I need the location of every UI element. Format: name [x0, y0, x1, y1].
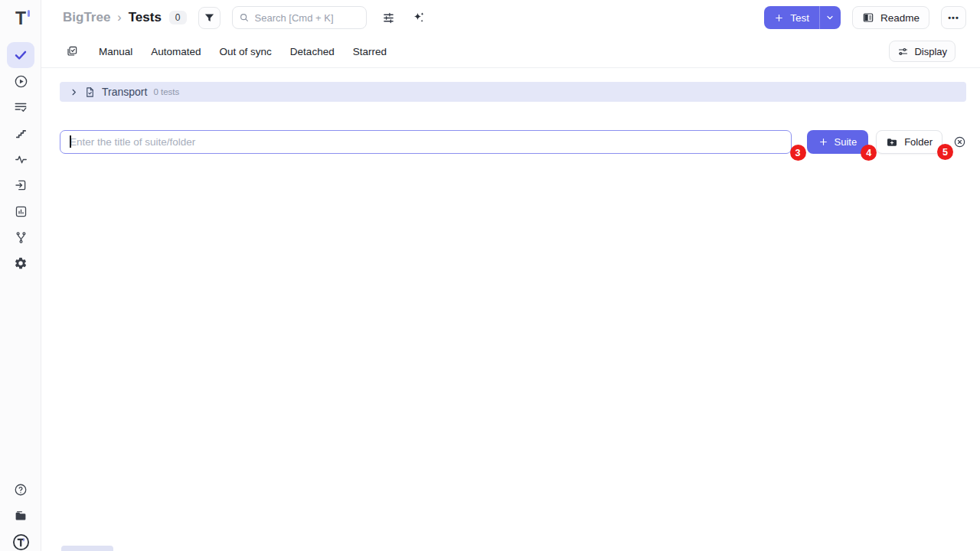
sliders-icon — [897, 46, 909, 57]
suite-tests-count: 0 tests — [153, 87, 179, 96]
app-logo-icon: T — [15, 10, 26, 28]
add-suite-button-label: Suite — [835, 136, 858, 148]
sidebar-nav — [7, 42, 34, 276]
sidebar-item-analytics[interactable] — [7, 198, 34, 224]
sidebar-item-tests[interactable] — [7, 42, 34, 68]
cancel-circle-x-icon[interactable] — [953, 135, 966, 148]
plus-icon — [774, 13, 784, 23]
funnel-icon — [204, 12, 215, 24]
annotation-badge-5: 5 — [937, 144, 953, 160]
more-options-button[interactable]: ••• — [941, 6, 966, 29]
search-input[interactable] — [255, 12, 360, 24]
app-logo[interactable]: T — [0, 6, 41, 31]
app-logo-icon — [12, 533, 30, 551]
steps-icon — [15, 127, 28, 140]
chevron-down-icon — [825, 13, 835, 22]
help-icon — [14, 483, 28, 497]
display-button[interactable]: Display — [889, 41, 956, 62]
add-test-split-button: Test — [764, 6, 841, 29]
partial-element — [61, 546, 113, 551]
suite-row-transport[interactable]: Transport 0 tests — [60, 82, 966, 102]
sidebar-item-settings[interactable] — [7, 250, 34, 276]
file-check-icon — [84, 86, 96, 98]
add-test-button[interactable]: Test — [764, 6, 819, 29]
sidebar: T — [0, 0, 41, 551]
header-actions: Test Readme ••• — [764, 6, 966, 29]
add-folder-button[interactable]: Folder 5 — [876, 130, 942, 154]
readme-button[interactable]: Readme — [852, 6, 929, 29]
tab-out-of-sync[interactable]: Out of sync — [220, 46, 272, 57]
sidebar-item-pulse[interactable] — [7, 146, 34, 172]
tab-detached[interactable]: Detached — [290, 46, 335, 57]
add-suite-button[interactable]: Suite 4 — [807, 130, 869, 154]
header: BigTree › Tests 0 — [41, 0, 980, 35]
suite-title-input[interactable] — [60, 130, 792, 154]
main-area: BigTree › Tests 0 — [41, 0, 980, 154]
sidebar-item-import[interactable] — [7, 172, 34, 198]
folder-icon — [14, 509, 28, 523]
search-box[interactable] — [232, 6, 367, 29]
search-icon — [239, 12, 250, 23]
sidebar-item-milestones[interactable] — [7, 120, 34, 146]
sidebar-item-account-logo[interactable] — [7, 529, 34, 551]
add-folder-button-label: Folder — [904, 136, 933, 148]
list-check-icon — [14, 100, 28, 114]
breadcrumb-separator: › — [117, 11, 121, 24]
sidebar-item-branches[interactable] — [7, 224, 34, 250]
sidebar-bottom-nav — [7, 477, 34, 551]
breadcrumb-project[interactable]: BigTree — [63, 10, 110, 25]
suite-title: Transport — [102, 86, 147, 98]
title-input-wrap: 3 — [60, 130, 792, 154]
readme-button-label: Readme — [880, 12, 920, 24]
ellipsis-icon: ••• — [948, 13, 959, 22]
select-all-icon[interactable] — [66, 45, 78, 57]
filter-tabs: Manual Automated Out of sync Detached St… — [99, 46, 387, 57]
filter-toolbar: Manual Automated Out of sync Detached St… — [41, 35, 980, 68]
text-caret — [70, 135, 71, 148]
content: Transport 0 tests 3 Suite 4 Folder — [41, 82, 980, 154]
play-circle-icon — [14, 74, 28, 89]
tab-starred[interactable]: Starred — [353, 46, 387, 57]
create-suite-form: 3 Suite 4 Folder 5 — [60, 130, 966, 154]
check-icon — [14, 48, 28, 62]
chevron-right-icon — [70, 88, 78, 96]
import-icon — [14, 178, 28, 192]
bar-chart-icon — [15, 205, 28, 218]
sidebar-item-runs[interactable] — [7, 68, 34, 94]
add-test-dropdown-button[interactable] — [820, 6, 841, 29]
tab-automated[interactable]: Automated — [151, 46, 201, 57]
sidebar-item-help[interactable] — [7, 477, 34, 503]
tests-count-badge: 0 — [169, 11, 187, 24]
filter-button[interactable] — [198, 7, 220, 29]
pulse-icon — [15, 153, 28, 166]
breadcrumb-current-page: Tests — [129, 10, 162, 25]
display-button-label: Display — [914, 46, 947, 57]
gear-icon — [14, 256, 28, 270]
adjustments-icon[interactable] — [382, 11, 395, 24]
sidebar-item-plans[interactable] — [7, 94, 34, 120]
annotation-badge-3: 3 — [790, 145, 806, 161]
tab-manual[interactable]: Manual — [99, 46, 132, 57]
folder-plus-icon — [886, 136, 898, 148]
sparkles-icon[interactable] — [412, 11, 426, 24]
add-test-button-label: Test — [790, 12, 809, 24]
book-icon — [862, 11, 874, 24]
plus-icon — [818, 137, 828, 147]
annotation-badge-4: 4 — [861, 145, 877, 161]
branch-icon — [15, 231, 28, 244]
sidebar-item-projects[interactable] — [7, 503, 34, 529]
